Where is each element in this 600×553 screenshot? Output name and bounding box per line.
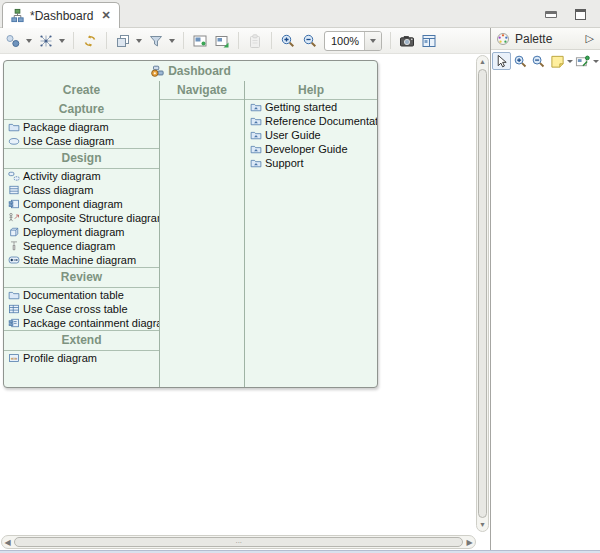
item-sequence-diagram[interactable]: Sequence diagram [4, 239, 159, 253]
palette-toolbar [491, 50, 600, 71]
filter-icon [148, 33, 164, 49]
horizontal-scrollbar[interactable]: ◀ ∙∙∙ ▶ [1, 535, 476, 549]
item-class-diagram[interactable]: Class diagram [4, 183, 159, 197]
item-deployment-diagram[interactable]: Deployment diagram [4, 225, 159, 239]
dashboard-tab-icon [10, 8, 25, 23]
item-label: Deployment diagram [23, 226, 125, 238]
synchronize-icon [82, 33, 98, 49]
scroll-down-arrow-icon[interactable]: ▼ [477, 519, 488, 531]
documentation-table-icon [8, 289, 20, 301]
snapshot-button[interactable] [397, 31, 417, 51]
item-label: Documentation table [23, 289, 124, 301]
item-package-diagram[interactable]: Package diagram [4, 120, 159, 134]
vertical-scrollbar[interactable]: ▲ ▼ [476, 55, 489, 532]
export-image-button[interactable] [190, 31, 210, 51]
palette-select-tool[interactable] [492, 52, 511, 70]
item-label: Profile diagram [23, 352, 97, 364]
composite-structure-diagram-icon [8, 212, 20, 224]
add-image-button[interactable] [212, 31, 232, 51]
overview-button[interactable] [419, 31, 439, 51]
maximize-view-button[interactable] [572, 7, 588, 21]
scroll-right-arrow-icon[interactable]: ▶ [464, 536, 475, 548]
item-use-case-diagram[interactable]: Use Case diagram [4, 134, 159, 148]
item-developer-guide[interactable]: Developer Guide [245, 142, 377, 156]
item-label: User Guide [265, 129, 321, 141]
zoom-in-button[interactable] [278, 31, 298, 51]
item-label: Getting started [265, 101, 337, 113]
palette-collapse-icon[interactable]: ▷ [586, 32, 594, 45]
zoom-level-combo[interactable]: 100% [324, 31, 382, 51]
palette-header[interactable]: Palette ▷ [491, 28, 600, 50]
routing-button[interactable] [36, 31, 56, 51]
scroll-up-arrow-icon[interactable]: ▲ [477, 56, 488, 68]
item-component-diagram[interactable]: Component diagram [4, 197, 159, 211]
item-user-guide[interactable]: User Guide [245, 128, 377, 142]
item-composite-structure-diagram[interactable]: Composite Structure diagram [4, 211, 159, 225]
item-label: Use Case diagram [23, 135, 114, 147]
palette-image-tool[interactable] [573, 52, 592, 70]
palette-title: Palette [515, 32, 552, 46]
dropdown-arrow-icon[interactable] [592, 60, 599, 63]
diagram-canvas[interactable]: Dashboard Create Capture Package diagram… [0, 54, 490, 553]
zoom-combo-arrow-icon[interactable] [364, 32, 381, 50]
dropdown-arrow-icon[interactable] [167, 32, 176, 50]
palette-body[interactable] [491, 71, 600, 553]
item-getting-started[interactable]: Getting started [245, 100, 377, 114]
item-label: Support [265, 157, 304, 169]
view-window-controls [543, 7, 588, 21]
zoom-out-icon [531, 54, 546, 69]
palette-note-tool[interactable] [548, 52, 567, 70]
column-help: Help Getting started Reference Documenta… [244, 81, 377, 388]
dropdown-arrow-icon[interactable] [57, 32, 66, 50]
item-profile-diagram[interactable]: «»Profile diagram [4, 351, 159, 365]
select-shapes-icon [5, 33, 21, 49]
item-state-machine-diagram[interactable]: State Machine diagram [4, 253, 159, 267]
dropdown-arrow-icon[interactable] [567, 60, 574, 63]
help-folder-icon [250, 129, 262, 141]
item-label: Developer Guide [265, 143, 348, 155]
filters-button[interactable] [146, 31, 166, 51]
dashboard-title-bar: Dashboard [4, 61, 377, 81]
copy-appearance-button[interactable] [113, 31, 133, 51]
section-header-extend: Extend [4, 331, 159, 350]
activity-diagram-icon [8, 170, 20, 182]
item-reference-documentation[interactable]: Reference Documentation [245, 114, 377, 128]
palette-zoom-out-tool[interactable] [529, 52, 548, 70]
dropdown-arrow-icon[interactable] [24, 32, 33, 50]
class-diagram-icon [8, 184, 20, 196]
column-header-navigate: Navigate [160, 81, 244, 100]
toolbar-separator [106, 32, 107, 49]
vertical-scrollbar-thumb[interactable] [478, 69, 487, 518]
tab-dashboard[interactable]: *Dashboard ✕ [2, 2, 120, 28]
item-package-containment-diagram[interactable]: Package containment diagram [4, 316, 159, 330]
zoom-in-icon [513, 54, 528, 69]
item-label: Package containment diagram [23, 317, 159, 329]
section-header-capture: Capture [4, 100, 159, 119]
toolbar-separator [183, 32, 184, 49]
application-window: *Dashboard ✕ [0, 0, 600, 553]
palette-zoom-in-tool[interactable] [511, 52, 530, 70]
scroll-left-arrow-icon[interactable]: ◀ [2, 536, 13, 548]
minimize-view-button[interactable] [543, 7, 559, 21]
item-support[interactable]: Support [245, 156, 377, 170]
item-use-case-cross-table[interactable]: Use Case cross table [4, 302, 159, 316]
svg-text:«»: «» [11, 355, 18, 361]
horizontal-scrollbar-thumb[interactable]: ∙∙∙ [14, 537, 463, 547]
item-label: Sequence diagram [23, 240, 115, 252]
item-label: Package diagram [23, 121, 109, 133]
camera-icon [399, 33, 415, 49]
minimize-icon [545, 11, 557, 18]
item-documentation-table[interactable]: Documentation table [4, 288, 159, 302]
maximize-icon [575, 9, 586, 20]
section-header-review: Review [4, 268, 159, 287]
item-label: Class diagram [23, 184, 93, 196]
dropdown-arrow-icon[interactable] [134, 32, 143, 50]
synchronize-button[interactable] [80, 31, 100, 51]
select-shapes-button[interactable] [3, 31, 23, 51]
state-machine-diagram-icon [8, 254, 20, 266]
item-activity-diagram[interactable]: Activity diagram [4, 169, 159, 183]
image-pin-icon [575, 54, 590, 69]
zoom-out-button[interactable] [300, 31, 320, 51]
editor-tab-bar: *Dashboard ✕ [0, 0, 600, 28]
tab-close-icon[interactable]: ✕ [101, 9, 110, 22]
